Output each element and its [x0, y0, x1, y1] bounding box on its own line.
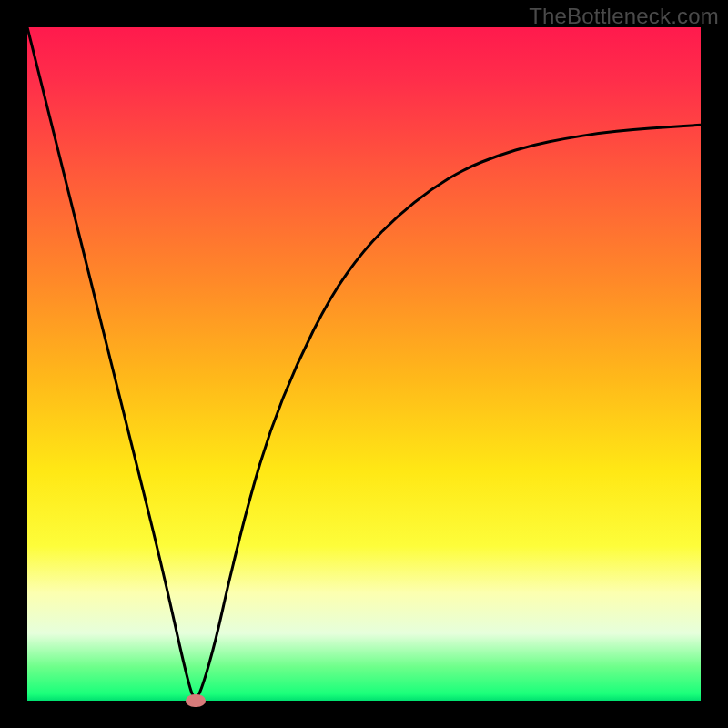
watermark-text: TheBottleneck.com: [529, 4, 719, 29]
chart-curve-layer: [27, 27, 701, 701]
bottleneck-curve-path: [27, 27, 701, 697]
bottleneck-minimum-marker: [186, 694, 206, 707]
